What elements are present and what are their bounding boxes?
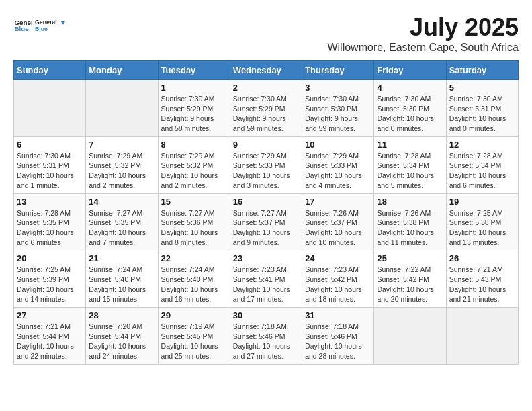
day-number: 5: [449, 83, 515, 93]
calendar-cell: 14Sunrise: 7:27 AMSunset: 5:35 PMDayligh…: [86, 193, 158, 250]
calendar-cell: 21Sunrise: 7:24 AMSunset: 5:40 PMDayligh…: [86, 250, 158, 308]
day-info: Sunrise: 7:29 AMSunset: 5:32 PMDaylight:…: [89, 151, 154, 191]
calendar-cell: 25Sunrise: 7:22 AMSunset: 5:42 PMDayligh…: [374, 250, 446, 308]
calendar-cell: 4Sunrise: 7:30 AMSunset: 5:30 PMDaylight…: [374, 80, 446, 137]
calendar-week-row: 6Sunrise: 7:30 AMSunset: 5:31 PMDaylight…: [14, 136, 519, 193]
calendar-cell: [446, 308, 518, 365]
header: General Blue General Blue July 2025 Will…: [13, 13, 519, 54]
day-info: Sunrise: 7:29 AMSunset: 5:33 PMDaylight:…: [233, 151, 299, 191]
calendar-cell: 10Sunrise: 7:29 AMSunset: 5:33 PMDayligh…: [302, 136, 374, 193]
calendar-cell: 5Sunrise: 7:30 AMSunset: 5:31 PMDaylight…: [446, 80, 518, 137]
calendar-cell: 23Sunrise: 7:23 AMSunset: 5:41 PMDayligh…: [230, 250, 302, 308]
calendar-cell: 16Sunrise: 7:27 AMSunset: 5:37 PMDayligh…: [230, 193, 302, 250]
day-info: Sunrise: 7:30 AMSunset: 5:31 PMDaylight:…: [17, 151, 83, 191]
calendar-cell: 1Sunrise: 7:30 AMSunset: 5:29 PMDaylight…: [158, 80, 230, 137]
day-info: Sunrise: 7:30 AMSunset: 5:31 PMDaylight:…: [449, 94, 515, 134]
calendar-cell: [14, 80, 86, 137]
day-number: 24: [305, 253, 371, 263]
day-info: Sunrise: 7:26 AMSunset: 5:38 PMDaylight:…: [377, 208, 443, 248]
day-info: Sunrise: 7:27 AMSunset: 5:35 PMDaylight:…: [89, 208, 154, 248]
calendar-cell: 31Sunrise: 7:18 AMSunset: 5:46 PMDayligh…: [302, 308, 374, 365]
day-info: Sunrise: 7:28 AMSunset: 5:34 PMDaylight:…: [377, 151, 443, 191]
day-info: Sunrise: 7:30 AMSunset: 5:30 PMDaylight:…: [377, 94, 443, 134]
calendar-cell: 6Sunrise: 7:30 AMSunset: 5:31 PMDaylight…: [14, 136, 86, 193]
day-number: 7: [89, 140, 154, 150]
location-subtitle: Willowmore, Eastern Cape, South Africa: [327, 42, 519, 54]
day-info: Sunrise: 7:27 AMSunset: 5:36 PMDaylight:…: [161, 208, 227, 248]
header-day-friday: Friday: [374, 61, 446, 80]
day-number: 19: [449, 197, 515, 207]
calendar-cell: 12Sunrise: 7:28 AMSunset: 5:34 PMDayligh…: [446, 136, 518, 193]
day-number: 2: [233, 83, 299, 93]
calendar-header-row: SundayMondayTuesdayWednesdayThursdayFrid…: [14, 61, 519, 80]
calendar-cell: 18Sunrise: 7:26 AMSunset: 5:38 PMDayligh…: [374, 193, 446, 250]
calendar-cell: 22Sunrise: 7:24 AMSunset: 5:40 PMDayligh…: [158, 250, 230, 308]
calendar-table: SundayMondayTuesdayWednesdayThursdayFrid…: [13, 60, 519, 365]
day-number: 31: [305, 310, 371, 320]
day-info: Sunrise: 7:20 AMSunset: 5:44 PMDaylight:…: [89, 322, 154, 361]
day-info: Sunrise: 7:28 AMSunset: 5:34 PMDaylight:…: [449, 151, 515, 191]
day-number: 3: [305, 83, 371, 93]
day-info: Sunrise: 7:23 AMSunset: 5:41 PMDaylight:…: [233, 265, 299, 304]
day-number: 16: [233, 197, 299, 207]
svg-marker-3: [61, 21, 65, 25]
day-number: 9: [233, 140, 299, 150]
logo: General Blue General Blue: [13, 13, 69, 38]
day-info: Sunrise: 7:25 AMSunset: 5:38 PMDaylight:…: [449, 208, 515, 248]
calendar-body: 1Sunrise: 7:30 AMSunset: 5:29 PMDaylight…: [14, 80, 519, 365]
header-day-wednesday: Wednesday: [230, 61, 302, 80]
calendar-week-row: 20Sunrise: 7:25 AMSunset: 5:39 PMDayligh…: [14, 250, 519, 308]
calendar-cell: 13Sunrise: 7:28 AMSunset: 5:35 PMDayligh…: [14, 193, 86, 250]
calendar-cell: [374, 308, 446, 365]
calendar-cell: 7Sunrise: 7:29 AMSunset: 5:32 PMDaylight…: [86, 136, 158, 193]
day-info: Sunrise: 7:21 AMSunset: 5:44 PMDaylight:…: [17, 322, 83, 361]
day-number: 1: [161, 83, 227, 93]
calendar-cell: 26Sunrise: 7:21 AMSunset: 5:43 PMDayligh…: [446, 250, 518, 308]
calendar-cell: 24Sunrise: 7:23 AMSunset: 5:42 PMDayligh…: [302, 250, 374, 308]
header-day-tuesday: Tuesday: [158, 61, 230, 80]
day-info: Sunrise: 7:30 AMSunset: 5:29 PMDaylight:…: [233, 94, 299, 134]
calendar-cell: 28Sunrise: 7:20 AMSunset: 5:44 PMDayligh…: [86, 308, 158, 365]
calendar-week-row: 1Sunrise: 7:30 AMSunset: 5:29 PMDaylight…: [14, 80, 519, 137]
calendar-cell: 19Sunrise: 7:25 AMSunset: 5:38 PMDayligh…: [446, 193, 518, 250]
day-number: 17: [305, 197, 371, 207]
day-number: 21: [89, 253, 154, 263]
calendar-cell: 9Sunrise: 7:29 AMSunset: 5:33 PMDaylight…: [230, 136, 302, 193]
logo-svg: General Blue: [35, 13, 69, 38]
day-info: Sunrise: 7:27 AMSunset: 5:37 PMDaylight:…: [233, 208, 299, 248]
day-number: 10: [305, 140, 371, 150]
day-number: 29: [161, 310, 227, 320]
day-info: Sunrise: 7:30 AMSunset: 5:30 PMDaylight:…: [305, 94, 371, 134]
day-number: 28: [89, 310, 154, 320]
svg-text:Blue: Blue: [35, 26, 48, 32]
calendar-week-row: 13Sunrise: 7:28 AMSunset: 5:35 PMDayligh…: [14, 193, 519, 250]
calendar-cell: 30Sunrise: 7:18 AMSunset: 5:46 PMDayligh…: [230, 308, 302, 365]
calendar-cell: 29Sunrise: 7:19 AMSunset: 5:45 PMDayligh…: [158, 308, 230, 365]
calendar-cell: 11Sunrise: 7:28 AMSunset: 5:34 PMDayligh…: [374, 136, 446, 193]
day-info: Sunrise: 7:28 AMSunset: 5:35 PMDaylight:…: [17, 208, 83, 248]
day-number: 13: [17, 197, 83, 207]
calendar-cell: 17Sunrise: 7:26 AMSunset: 5:37 PMDayligh…: [302, 193, 374, 250]
day-number: 22: [161, 253, 227, 263]
calendar-cell: 27Sunrise: 7:21 AMSunset: 5:44 PMDayligh…: [14, 308, 86, 365]
day-number: 30: [233, 310, 299, 320]
day-info: Sunrise: 7:22 AMSunset: 5:42 PMDaylight:…: [377, 265, 443, 304]
day-number: 8: [161, 140, 227, 150]
svg-text:General: General: [35, 19, 57, 26]
calendar-cell: 2Sunrise: 7:30 AMSunset: 5:29 PMDaylight…: [230, 80, 302, 137]
day-number: 11: [377, 140, 443, 150]
day-number: 25: [377, 253, 443, 263]
day-info: Sunrise: 7:23 AMSunset: 5:42 PMDaylight:…: [305, 265, 371, 304]
header-day-sunday: Sunday: [14, 61, 86, 80]
day-info: Sunrise: 7:26 AMSunset: 5:37 PMDaylight:…: [305, 208, 371, 248]
day-info: Sunrise: 7:25 AMSunset: 5:39 PMDaylight:…: [17, 265, 83, 304]
day-info: Sunrise: 7:24 AMSunset: 5:40 PMDaylight:…: [161, 265, 227, 304]
day-info: Sunrise: 7:19 AMSunset: 5:45 PMDaylight:…: [161, 322, 227, 361]
day-info: Sunrise: 7:30 AMSunset: 5:29 PMDaylight:…: [161, 94, 227, 134]
day-number: 18: [377, 197, 443, 207]
day-info: Sunrise: 7:18 AMSunset: 5:46 PMDaylight:…: [233, 322, 299, 361]
calendar-cell: 15Sunrise: 7:27 AMSunset: 5:36 PMDayligh…: [158, 193, 230, 250]
calendar-cell: 8Sunrise: 7:29 AMSunset: 5:32 PMDaylight…: [158, 136, 230, 193]
header-day-saturday: Saturday: [446, 61, 518, 80]
day-number: 27: [17, 310, 83, 320]
